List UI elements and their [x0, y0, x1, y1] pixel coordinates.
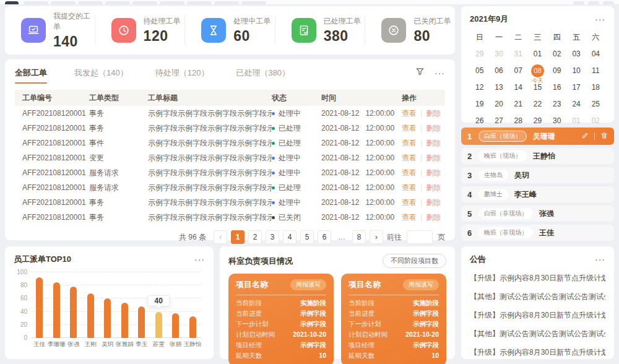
tab-mine[interactable]: 我发起（140）: [74, 67, 128, 84]
delete-link[interactable]: 删除: [426, 168, 441, 177]
calendar-day[interactable]: 11: [586, 63, 605, 78]
chevron-right-icon[interactable]: ›: [370, 230, 383, 244]
browser-tab[interactable]: [160, 1, 184, 4]
page-ellipsis[interactable]: …: [335, 230, 348, 244]
calendar-day[interactable]: 27: [489, 113, 508, 128]
calendar-day[interactable]: 09: [547, 63, 566, 78]
calendar-day[interactable]: 06: [489, 63, 508, 78]
ellipsis-icon[interactable]: ···: [595, 15, 605, 24]
calendar-day[interactable]: 01: [566, 113, 586, 128]
delete-link[interactable]: 删除: [426, 213, 441, 222]
calendar-day[interactable]: 12: [470, 80, 489, 95]
page-button-3[interactable]: 3: [266, 230, 279, 244]
calendar-day[interactable]: 02: [547, 46, 566, 61]
calendar-day[interactable]: 26: [470, 113, 489, 128]
browser-tab[interactable]: [214, 1, 239, 4]
calendar-day[interactable]: 22: [528, 97, 547, 111]
calendar-day[interactable]: 17: [566, 80, 586, 95]
view-link[interactable]: 查看: [402, 183, 417, 192]
tab-processed[interactable]: 已处理（380）: [236, 67, 290, 84]
view-link[interactable]: 查看: [402, 154, 417, 162]
delete-link[interactable]: 删除: [426, 183, 441, 192]
calendar-day[interactable]: 23: [547, 97, 566, 111]
browser-tab[interactable]: [24, 1, 48, 4]
view-link[interactable]: 查看: [402, 213, 417, 222]
stage-filter-button[interactable]: 不同阶段项目数: [383, 254, 446, 268]
calendar-day[interactable]: 31: [509, 46, 528, 61]
tab-all[interactable]: 全部工单: [15, 67, 47, 84]
schedule-item[interactable]: 3 生物岛 吴玥: [461, 167, 614, 183]
calendar-day[interactable]: 15: [528, 80, 547, 95]
calendar-day[interactable]: 04: [586, 46, 605, 61]
calendar-day[interactable]: 21: [509, 97, 528, 111]
announcement-item[interactable]: 【升级】示例内容8月30日新节点升级计划通知: [470, 347, 605, 358]
view-link[interactable]: 查看: [402, 139, 417, 147]
browser-tab[interactable]: [241, 1, 266, 4]
calendar-day[interactable]: 01: [528, 46, 547, 61]
view-link[interactable]: 查看: [402, 109, 417, 118]
view-link[interactable]: 查看: [402, 124, 417, 132]
schedule-item[interactable]: 2 晚班（现场） 王静怡: [461, 148, 614, 164]
view-link[interactable]: 查看: [402, 168, 417, 177]
calendar-day[interactable]: 02: [586, 113, 605, 128]
browser-tab[interactable]: [187, 1, 212, 4]
browser-control[interactable]: [573, 1, 584, 4]
calendar-day[interactable]: 30: [547, 113, 566, 128]
delete-link[interactable]: 删除: [426, 109, 441, 118]
calendar-day[interactable]: 29: [528, 113, 547, 128]
announcement-item[interactable]: 【升级】示例内容8月30日新节点升级计划通知: [470, 310, 605, 321]
calendar-day[interactable]: 30: [489, 46, 508, 61]
chevron-left-icon[interactable]: ‹: [214, 230, 227, 244]
calendar-day[interactable]: 07: [509, 63, 528, 78]
schedule-item[interactable]: 1 白班（现场） 吴珊珊: [461, 128, 614, 145]
browser-control[interactable]: [603, 1, 614, 4]
delete-link[interactable]: 删除: [426, 124, 441, 132]
delete-link[interactable]: 删除: [426, 198, 441, 207]
calendar-day[interactable]: 05: [470, 63, 489, 78]
calendar-day[interactable]: 13: [489, 80, 508, 95]
calendar-day[interactable]: 25: [586, 97, 605, 111]
page-button-5[interactable]: 5: [300, 230, 314, 244]
calendar-day[interactable]: 29: [470, 46, 489, 61]
ellipsis-icon[interactable]: ···: [595, 255, 605, 264]
calendar-day[interactable]: 19: [470, 97, 489, 111]
browser-tab[interactable]: [105, 1, 130, 4]
calendar-day[interactable]: 14: [509, 80, 528, 95]
browser-tab[interactable]: [78, 1, 103, 4]
weekly-report-badge[interactable]: 周报填写: [290, 279, 326, 290]
schedule-item[interactable]: 5 白班（非现场） 张强: [461, 206, 614, 222]
announcement-item[interactable]: 【其他】测试公告测试公告测试公告测试公告测试公告: [470, 292, 605, 302]
delete-link[interactable]: 删除: [426, 154, 441, 162]
tab-pending[interactable]: 待处理（120）: [155, 67, 209, 84]
pencil-icon[interactable]: [581, 132, 589, 141]
calendar-day[interactable]: 03: [566, 46, 586, 61]
page-button-8[interactable]: 8: [352, 230, 366, 244]
funnel-icon[interactable]: [415, 67, 425, 79]
browser-tab[interactable]: [51, 1, 76, 4]
calendar-day[interactable]: 28: [509, 113, 528, 128]
schedule-item[interactable]: 4 鹏博士 李王峰: [461, 186, 614, 202]
page-button-6[interactable]: 6: [318, 230, 331, 244]
browser-tab[interactable]: [132, 1, 157, 4]
calendar-day[interactable]: 10: [566, 63, 586, 78]
calendar-day-today[interactable]: 08今天: [528, 63, 547, 78]
goto-page-input[interactable]: [407, 230, 433, 244]
calendar-day[interactable]: 24: [566, 97, 586, 111]
view-link[interactable]: 查看: [402, 198, 417, 207]
delete-link[interactable]: 删除: [426, 139, 441, 147]
page-button-1[interactable]: 1: [231, 230, 245, 244]
page-button-2[interactable]: 2: [248, 230, 262, 244]
browser-tab[interactable]: [5, 1, 19, 4]
calendar-day[interactable]: 18: [586, 80, 605, 95]
calendar-day[interactable]: 20: [489, 97, 508, 111]
schedule-item[interactable]: 6 晚班（非现场） 王佳: [461, 225, 614, 241]
ellipsis-icon[interactable]: ···: [194, 255, 205, 264]
trash-icon[interactable]: [600, 132, 608, 141]
browser-control[interactable]: [588, 1, 599, 4]
ellipsis-icon[interactable]: ···: [435, 69, 445, 77]
calendar-day[interactable]: 16: [547, 80, 566, 95]
page-button-4[interactable]: 4: [283, 230, 297, 244]
announcement-item[interactable]: 【升级】示例内容8月30日新节点升级计划通知: [470, 273, 605, 284]
announcement-item[interactable]: 【其他】测试公告测试公告测试公告测试公告测试公告: [470, 329, 605, 339]
weekly-report-badge[interactable]: 周报填写: [403, 279, 439, 290]
